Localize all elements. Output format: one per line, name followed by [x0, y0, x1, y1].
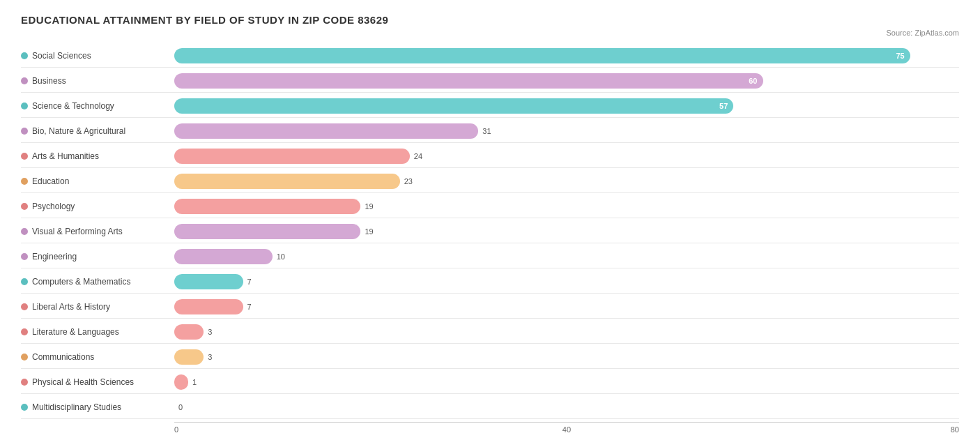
label-text: Psychology: [32, 202, 75, 211]
label-text: Science & Technology: [32, 101, 114, 111]
bar-area: 1: [174, 373, 959, 391]
bar-area: 10: [174, 248, 959, 266]
chart-container: Social Sciences75Business60Science & Tec…: [21, 44, 959, 434]
source-label: Source: ZipAtlas.com: [21, 29, 959, 37]
bar-value-outside: 23: [404, 177, 413, 185]
bar-value-outside: 7: [247, 278, 252, 286]
bar: [174, 224, 360, 239]
bar-value-inside: 75: [896, 52, 904, 60]
bar: 60: [174, 73, 763, 89]
label-dot: [21, 77, 28, 84]
bar-area: 60: [174, 72, 959, 90]
bar-value-outside: 24: [414, 152, 422, 160]
bar-area: 3: [174, 348, 959, 366]
bar: [174, 324, 204, 340]
bar-area: 23: [174, 172, 959, 190]
bar-value-outside: 19: [365, 202, 373, 211]
bar-row: Multidisciplinary Studies0: [21, 395, 959, 419]
bar-row: Social Sciences75: [21, 44, 959, 68]
bar-label: Social Sciences: [21, 51, 174, 61]
label-text: Liberal Arts & History: [32, 302, 110, 312]
bar-label: Science & Technology: [21, 101, 174, 111]
bar-area: 7: [174, 298, 959, 316]
bar-row: Physical & Health Sciences1: [21, 370, 959, 394]
bar-row: Bio, Nature & Agricultural31: [21, 119, 959, 143]
bar: [174, 349, 204, 365]
label-text: Arts & Humanities: [32, 151, 99, 161]
x-axis-tick: 0: [174, 425, 436, 434]
bar-area: 3: [174, 323, 959, 341]
bar-row: Psychology19: [21, 195, 959, 218]
bar: [174, 123, 478, 139]
label-dot: [21, 379, 28, 386]
bar: [174, 374, 188, 390]
bar: [174, 149, 410, 164]
label-text: Multidisciplinary Studies: [32, 402, 121, 412]
bar-area: 19: [174, 222, 959, 241]
label-dot: [21, 253, 28, 260]
bar-label: Psychology: [21, 202, 174, 211]
bar-label: Arts & Humanities: [21, 151, 174, 161]
label-dot: [21, 278, 28, 285]
label-dot: [21, 303, 28, 310]
bar-value-inside: 60: [749, 77, 757, 85]
label-text: Communications: [32, 352, 94, 362]
bar-value-outside: 1: [192, 378, 197, 386]
label-text: Physical & Health Sciences: [32, 377, 134, 387]
bar-label: Literature & Languages: [21, 327, 174, 337]
bar-label: Physical & Health Sciences: [21, 377, 174, 387]
bar-row: Arts & Humanities24: [21, 144, 959, 168]
bar-row: Education23: [21, 169, 959, 193]
bar-value-outside: 10: [277, 252, 285, 261]
bar-value-outside: 3: [208, 328, 212, 336]
bar: [174, 249, 273, 264]
bar-label: Education: [21, 176, 174, 186]
bar: [174, 274, 243, 289]
bar-value-outside: 0: [178, 403, 183, 411]
bar: [174, 199, 360, 214]
bar-label: Multidisciplinary Studies: [21, 402, 174, 412]
bar-label: Liberal Arts & History: [21, 302, 174, 312]
bar-label: Visual & Performing Arts: [21, 227, 174, 236]
label-text: Literature & Languages: [32, 327, 119, 337]
bar-area: 19: [174, 197, 959, 215]
bar: [174, 299, 243, 314]
bar-row: Business60: [21, 69, 959, 93]
bar-value-outside: 3: [208, 353, 212, 361]
label-dot: [21, 153, 28, 160]
bar-area: 7: [174, 273, 959, 291]
bar-label: Computers & Mathematics: [21, 277, 174, 287]
x-axis-tick: 40: [436, 425, 697, 434]
label-text: Engineering: [32, 252, 77, 261]
bar-value-inside: 57: [719, 102, 728, 110]
bar-row: Computers & Mathematics7: [21, 270, 959, 294]
label-dot: [21, 128, 28, 135]
bar-area: 75: [174, 47, 959, 65]
x-axis-tick: 80: [698, 425, 959, 434]
bar-value-outside: 31: [482, 127, 491, 135]
bar-row: Science & Technology57: [21, 94, 959, 118]
bar-row: Visual & Performing Arts19: [21, 220, 959, 243]
label-text: Social Sciences: [32, 51, 91, 61]
label-dot: [21, 354, 28, 361]
label-text: Computers & Mathematics: [32, 277, 130, 287]
bar-label: Engineering: [21, 252, 174, 261]
bar: [174, 174, 400, 189]
bar: 75: [174, 48, 910, 63]
label-text: Education: [32, 176, 69, 186]
bar-row: Liberal Arts & History7: [21, 295, 959, 319]
label-text: Bio, Nature & Agricultural: [32, 126, 125, 136]
label-dot: [21, 228, 28, 235]
bar-label: Business: [21, 76, 174, 86]
bar-value-outside: 19: [365, 227, 373, 236]
label-dot: [21, 203, 28, 210]
label-dot: [21, 103, 28, 109]
bar-area: 0: [174, 398, 959, 416]
label-dot: [21, 328, 28, 335]
label-text: Business: [32, 76, 66, 86]
label-dot: [21, 404, 28, 411]
label-dot: [21, 178, 28, 185]
bar-area: 24: [174, 147, 959, 165]
chart-title: EDUCATIONAL ATTAINMENT BY FIELD OF STUDY…: [21, 14, 959, 26]
bar-area: 31: [174, 122, 959, 140]
